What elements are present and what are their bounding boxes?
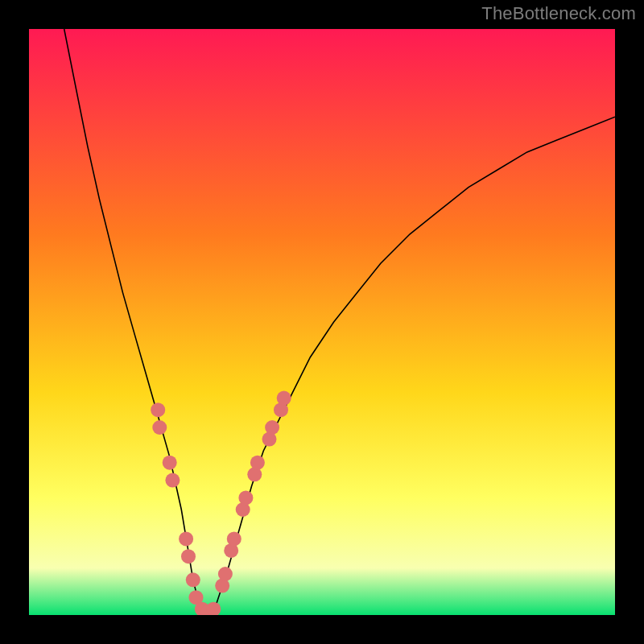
curve-marker: [179, 531, 193, 546]
curve-marker: [265, 420, 279, 435]
curve-marker: [238, 490, 253, 505]
curve-marker: [181, 549, 196, 564]
curve-marker: [163, 456, 177, 470]
curve-marker: [218, 567, 233, 581]
chart-svg: [29, 29, 615, 615]
curve-marker: [151, 402, 165, 417]
curve-marker: [152, 420, 167, 435]
plot-area: [29, 29, 615, 615]
curve-marker: [250, 456, 265, 470]
curve-marker: [186, 572, 200, 587]
curve-marker: [277, 391, 291, 406]
attribution-text: TheBottleneck.com: [481, 3, 636, 24]
curve-marker: [227, 531, 242, 546]
gradient-background: [29, 29, 615, 615]
chart-frame: TheBottleneck.com: [0, 0, 644, 644]
curve-marker: [165, 473, 180, 488]
